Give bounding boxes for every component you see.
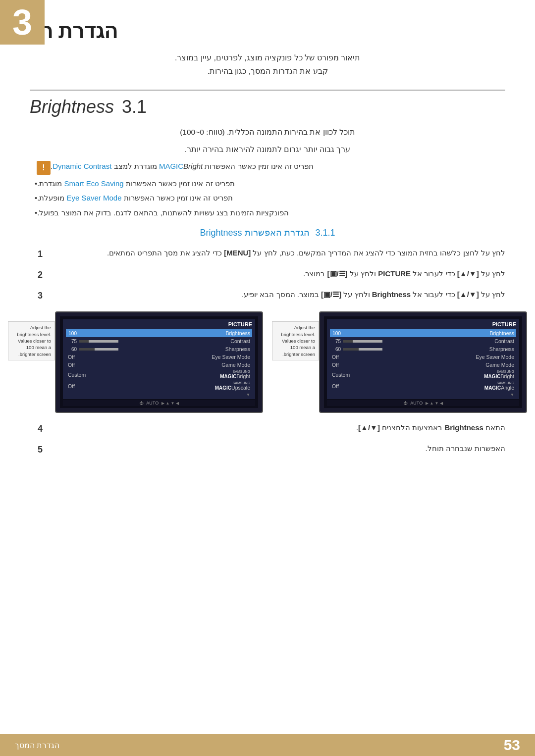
- warning-icon: !: [37, 161, 51, 175]
- monitor-right-container: PICTURE Brightness 100 Contrast: [8, 311, 263, 413]
- step-1-num: 1: [38, 247, 50, 261]
- bullet-text-3: תפריט זה אינו זמין כאשר האפשרות Eye Save…: [37, 193, 232, 204]
- monitor-left-screen: PICTURE Brightness 100: [324, 316, 522, 408]
- menu-row-magicbright-left: SAMSUNGMAGICBright Custom: [330, 369, 516, 380]
- callout-left: Adjust the brightness level. Values clos…: [272, 321, 319, 360]
- step-4-text: התאם Brightness באמצעות הלחצנים [▼/▲].: [50, 422, 505, 434]
- bullet-dot: •: [35, 178, 37, 190]
- step-4: התאם Brightness באמצעות הלחצנים [▼/▲]. 4: [30, 422, 505, 436]
- steps-list-2: התאם Brightness באמצעות הלחצנים [▼/▲]. 4…: [30, 422, 505, 457]
- monitor-left-container: PICTURE Brightness 100: [272, 311, 527, 413]
- section-desc1: תוכל לכוון את בהירות התמונה הכללית. (טוו…: [30, 126, 505, 139]
- menu-row-eyesaver-right: Eye Saver Mode Off: [66, 353, 252, 361]
- menu-row-contrast-right: Contrast 75: [66, 337, 252, 345]
- menu-row-magicbright-right: SAMSUNGMAGICBright Custom: [66, 369, 252, 380]
- step-2: לחץ על [▼/▲] כדי לעבור אל PICTURE ולחץ ע…: [30, 268, 505, 282]
- step-3-num: 3: [38, 289, 50, 303]
- step-5-text: האפשרות שנבחרה תוחל.: [50, 443, 505, 454]
- footer-chapter-label: הגדרת המסך: [15, 741, 59, 750]
- menu-row-contrast-left: Contrast 75: [330, 337, 516, 345]
- intro-line-1: תיאור מפורט של כל פונקציה מוצג, לפרטים, …: [30, 53, 505, 62]
- bullet-list: תפריט זה אינו זמין כאשר האפשרות MAGICBri…: [30, 161, 505, 219]
- subsection-311-number: 3.1.1: [316, 228, 335, 238]
- subsection-311-heading: 3.1.1 הגדרת האפשרות Brightness: [30, 227, 505, 238]
- auto-label-left: AUTO: [410, 401, 423, 405]
- main-content: תיאור מפורט של כל פונקציה מוצג, לפרטים, …: [0, 53, 535, 496]
- callout-right: Adjust the brightness level. Values clos…: [8, 321, 55, 360]
- step-4-num: 4: [38, 422, 50, 436]
- step-3: לחץ על [▼/▲] כדי לעבור אל Brightness ולח…: [30, 289, 505, 303]
- monitor-right-menu: PICTURE Brightness 100 Contrast: [63, 319, 255, 399]
- steps-list: לחץ על לחצן כלשהו בחזית המוצר כדי להציג …: [30, 247, 505, 302]
- step-5-num: 5: [38, 443, 50, 457]
- step-2-text: לחץ על [▼/▲] כדי לעבור אל PICTURE ולחץ ע…: [50, 268, 505, 280]
- step-5: האפשרות שנבחרה תוחל. 5: [30, 443, 505, 457]
- menu-row-brightness-right: Brightness 100: [66, 329, 252, 337]
- menu-row-sharpness-left: Sharpness 60: [330, 345, 516, 353]
- menu-row-magicangle-left: SAMSUNGMAGICAngle Off: [330, 380, 516, 392]
- menu-left-title: PICTURE: [330, 321, 516, 327]
- nav-icon-right: ◀ ▼ ▲ ▶: [161, 401, 179, 405]
- list-item: תפריט זה אינו זמין כאשר האפשרות Smart Ec…: [30, 178, 505, 190]
- chapter-banner: 3 הגדרת המסך: [0, 0, 535, 43]
- menu-row-gamemode-left: Game Mode Off: [330, 361, 516, 369]
- section-31-heading: 3.1 Brightness: [30, 90, 505, 117]
- section-desc2: ערך גבוה יותר יגרום לתמונה להיראות בהירה…: [30, 144, 505, 156]
- list-item: תפריט זה אינו זמין כאשר האפשרות Eye Save…: [30, 193, 505, 204]
- chapter-number-box: 3: [0, 0, 45, 45]
- monitor-left-bottom-bar: ◀ ▼ ▲ ▶ AUTO ⏻: [327, 400, 519, 406]
- monitors-row: PICTURE Brightness 100: [30, 311, 505, 413]
- nav-icon-left: ◀ ▼ ▲ ▶: [426, 401, 443, 405]
- menu-row-sharpness-right: Sharpness 60: [66, 345, 252, 353]
- section-31-title: Brightness: [30, 97, 114, 117]
- menu-right-title: PICTURE: [66, 321, 252, 327]
- auto-label-right: AUTO: [146, 401, 159, 405]
- menu-row-eyesaver-left: Eye Saver Mode Off: [330, 353, 516, 361]
- monitor-right-screen: PICTURE Brightness 100 Contrast: [60, 316, 258, 408]
- monitor-left: PICTURE Brightness 100: [319, 311, 527, 413]
- list-item: הפונקציות הזמינות בצג עשויות להשתנות, בה…: [30, 207, 505, 219]
- monitor-left-menu: PICTURE Brightness 100: [327, 319, 519, 399]
- step-2-num: 2: [38, 268, 50, 282]
- step-1: לחץ על לחצן כלשהו בחזית המוצר כדי להציג …: [30, 247, 505, 261]
- step-3-text: לחץ על [▼/▲] כדי לעבור אל Brightness ולח…: [50, 289, 505, 301]
- list-item: תפריט זה אינו זמין כאשר האפשרות MAGICBri…: [30, 161, 505, 175]
- monitor-right-bottom-bar: ◀ ▼ ▲ ▶ AUTO ⏻: [63, 400, 255, 406]
- monitor-right: PICTURE Brightness 100 Contrast: [55, 311, 263, 413]
- bullet-dot: •: [35, 207, 37, 219]
- power-icon-left: ⏻: [403, 401, 407, 405]
- bullet-text-2: תפריט זה אינו זמין כאשר האפשרות Smart Ec…: [37, 178, 234, 190]
- menu-row-magicupscale-right: SAMSUNGMAGICUpscale Off: [66, 380, 252, 392]
- bullet-dot: •: [35, 193, 37, 204]
- menu-row-gamemode-right: Game Mode Off: [66, 361, 252, 369]
- bullet-text-4: הפונקציות הזמינות בצג עשויות להשתנות, בה…: [37, 207, 289, 219]
- footer-page-number: 53: [504, 737, 520, 754]
- step-1-text: לחץ על לחצן כלשהו בחזית המוצר כדי להציג …: [50, 247, 505, 259]
- power-icon-right: ⏻: [139, 401, 143, 405]
- menu-row-brightness-left: Brightness 100: [330, 329, 516, 337]
- intro-line-2: קבע את הגדרות המסך, כגון בהירות.: [30, 66, 505, 76]
- bullet-text-1: תפריט זה אינו זמין כאשר האפשרות MAGICBri…: [51, 161, 314, 172]
- section-31-number: 3.1: [122, 97, 147, 117]
- page-footer: 53 הגדרת המסך: [0, 734, 535, 756]
- chapter-number: 3: [12, 4, 32, 40]
- subsection-311-title: הגדרת האפשרות Brightness: [200, 227, 309, 238]
